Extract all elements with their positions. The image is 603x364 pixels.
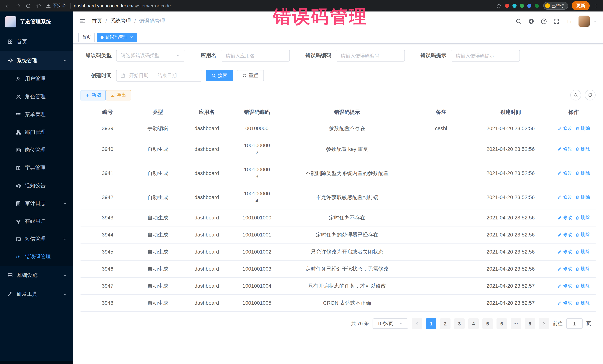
address-bar[interactable]: dashboard.yudao.iocoder.cn/system/error-… bbox=[74, 3, 171, 8]
goto-page-input[interactable] bbox=[566, 318, 583, 329]
refresh-table-button[interactable] bbox=[585, 90, 596, 100]
sidebar-item-error-code[interactable]: 错误码管理 bbox=[0, 248, 73, 266]
export-button[interactable]: 导出 bbox=[106, 90, 131, 100]
pager-page-1[interactable]: 1 bbox=[426, 318, 436, 329]
edit-link[interactable]: 修改 bbox=[557, 265, 572, 272]
edit-link[interactable]: 修改 bbox=[557, 170, 572, 177]
github-icon[interactable] bbox=[528, 18, 534, 24]
edit-link[interactable]: 修改 bbox=[557, 125, 572, 132]
sidebar-item-role[interactable]: 角色管理 bbox=[0, 88, 73, 106]
sidebar-item-sms[interactable]: 短信管理 bbox=[0, 230, 73, 248]
pencil-icon bbox=[557, 216, 562, 220]
breadcrumb-separator: / bbox=[134, 18, 136, 24]
sidebar-item-dev-tool[interactable]: 研发工具 bbox=[0, 285, 73, 304]
sidebar-item-online-user[interactable]: 在线用户 bbox=[0, 212, 73, 230]
sidebar-item-system[interactable]: 系统管理 bbox=[0, 51, 73, 70]
pager-page-5[interactable]: 5 bbox=[482, 318, 493, 329]
edit-link[interactable]: 修改 bbox=[557, 231, 572, 238]
extension-teal-icon[interactable] bbox=[512, 4, 516, 8]
close-icon[interactable] bbox=[129, 35, 134, 39]
delete-link[interactable]: 删除 bbox=[575, 248, 590, 255]
search-icon[interactable] bbox=[515, 18, 522, 24]
hamburger-icon[interactable] bbox=[79, 18, 86, 24]
app-name-input[interactable] bbox=[221, 50, 290, 62]
add-button[interactable]: 新增 bbox=[81, 90, 106, 100]
sidebar-item-dict[interactable]: 字典管理 bbox=[0, 159, 73, 177]
error-hint-input[interactable] bbox=[451, 50, 520, 62]
cell-code: 100100000 2 bbox=[232, 137, 281, 161]
breadcrumb-home[interactable]: 首页 bbox=[92, 18, 102, 24]
avatar[interactable] bbox=[579, 16, 590, 27]
delete-link[interactable]: 删除 bbox=[575, 299, 590, 307]
cell-message: CRON 表达式不正确 bbox=[281, 295, 413, 311]
pager-page-6[interactable]: 6 bbox=[497, 318, 507, 329]
start-date-placeholder: 开始日期 bbox=[129, 72, 149, 79]
home-icon[interactable] bbox=[36, 3, 42, 9]
back-icon[interactable] bbox=[4, 3, 10, 9]
sidebar-item-menu[interactable]: 菜单管理 bbox=[0, 106, 73, 123]
sidebar-item-user[interactable]: 用户管理 bbox=[0, 70, 73, 88]
edit-link[interactable]: 修改 bbox=[557, 145, 572, 153]
security-chip[interactable]: 不安全 bbox=[46, 3, 66, 9]
reset-button[interactable]: 重置 bbox=[237, 70, 264, 81]
logo[interactable]: 芋道管理系统 bbox=[0, 11, 73, 32]
sidebar-item-home[interactable]: 首页 bbox=[0, 32, 73, 51]
edit-link[interactable]: 修改 bbox=[557, 194, 572, 201]
sidebar-menu: 首页 系统管理 用户管理 角色管理 菜单管理 部门管理 岗位管理 字典管理 通知… bbox=[0, 32, 73, 304]
delete-link[interactable]: 删除 bbox=[575, 170, 590, 177]
sidebar-item-post[interactable]: 岗位管理 bbox=[0, 141, 73, 159]
fullscreen-icon[interactable] bbox=[553, 18, 560, 24]
browser-menu-icon[interactable] bbox=[593, 3, 599, 8]
chevron-down-icon bbox=[176, 53, 180, 58]
pager-page-8[interactable]: 8 bbox=[525, 318, 535, 329]
delete-link[interactable]: 删除 bbox=[575, 125, 590, 132]
date-range-picker[interactable]: 开始日期 - 结束日期 bbox=[116, 70, 202, 82]
delete-link[interactable]: 删除 bbox=[575, 282, 590, 289]
extension-red-icon[interactable] bbox=[505, 4, 509, 8]
pager-more-button[interactable]: ··· bbox=[510, 318, 521, 329]
reload-icon[interactable] bbox=[25, 3, 31, 9]
delete-link[interactable]: 删除 bbox=[575, 231, 590, 238]
extension-blue-icon[interactable] bbox=[527, 4, 531, 8]
edit-link[interactable]: 修改 bbox=[557, 282, 572, 289]
server-icon bbox=[7, 272, 13, 278]
forward-icon[interactable] bbox=[15, 3, 21, 9]
error-code-label: 错误码编码 bbox=[305, 52, 331, 59]
sidebar-item-audit-log[interactable]: 审计日志 bbox=[0, 195, 73, 212]
tab-home[interactable]: 首页 bbox=[78, 33, 95, 42]
delete-link[interactable]: 删除 bbox=[575, 145, 590, 153]
toggle-search-button[interactable] bbox=[570, 90, 581, 100]
sidebar-item-dept[interactable]: 部门管理 bbox=[0, 123, 73, 141]
paused-badge[interactable]: 已暂停 bbox=[543, 2, 568, 10]
pager-next-button[interactable] bbox=[539, 318, 549, 329]
sidebar-item-notice[interactable]: 通知公告 bbox=[0, 177, 73, 195]
edit-link[interactable]: 修改 bbox=[557, 299, 572, 307]
extension-green-icon[interactable] bbox=[520, 4, 524, 8]
sidebar-item-infra[interactable]: 基础设施 bbox=[0, 266, 73, 285]
help-icon[interactable] bbox=[541, 18, 547, 24]
caret-down-icon[interactable] bbox=[593, 19, 597, 23]
error-type-select[interactable]: 请选择错误码类型 bbox=[116, 50, 185, 62]
update-button[interactable]: 更新 bbox=[572, 1, 590, 10]
edit-link[interactable]: 修改 bbox=[557, 214, 572, 221]
pager-page-3[interactable]: 3 bbox=[454, 318, 464, 329]
pencil-icon bbox=[557, 126, 562, 131]
pager-prev-button[interactable] bbox=[412, 318, 422, 329]
error-code-input[interactable] bbox=[336, 50, 405, 62]
edit-link[interactable]: 修改 bbox=[557, 248, 572, 255]
extension-dark-green-icon[interactable] bbox=[534, 4, 539, 8]
filter-form-row-2: 创建时间 开始日期 - 结束日期 搜索 重置 bbox=[81, 70, 596, 82]
sidebar-collapse-bar[interactable] bbox=[0, 361, 73, 364]
bookmark-star-icon[interactable] bbox=[496, 3, 501, 9]
breadcrumb-system[interactable]: 系统管理 bbox=[110, 18, 131, 24]
delete-link[interactable]: 删除 bbox=[575, 214, 590, 221]
page-size-select[interactable]: 10条/页 bbox=[372, 318, 408, 329]
delete-link[interactable]: 删除 bbox=[575, 265, 590, 272]
tab-error-code[interactable]: 错误码管理 bbox=[97, 33, 137, 42]
delete-link[interactable]: 删除 bbox=[575, 194, 590, 201]
pager-page-4[interactable]: 4 bbox=[468, 318, 479, 329]
pager-page-2[interactable]: 2 bbox=[440, 318, 451, 329]
font-size-icon[interactable]: TT bbox=[566, 18, 572, 24]
cell-code: 100100000 4 bbox=[232, 185, 281, 209]
search-button[interactable]: 搜索 bbox=[206, 70, 233, 81]
